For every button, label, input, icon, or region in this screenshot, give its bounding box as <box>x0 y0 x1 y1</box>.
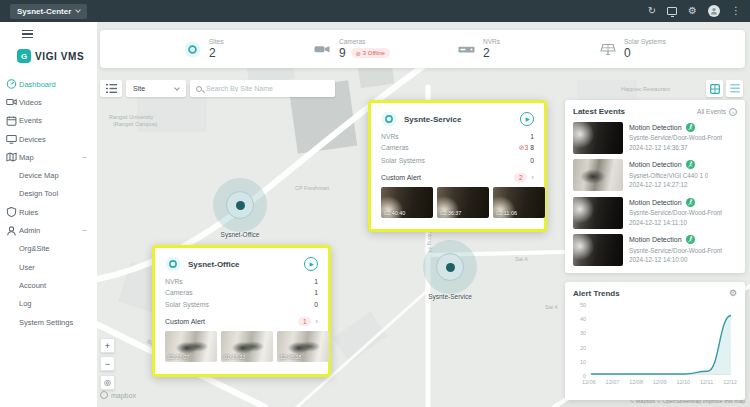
more-kebab-icon[interactable]: ⋮ <box>731 6 741 16</box>
chevron-right-circle-icon: › <box>729 108 737 116</box>
offline-icon: ⊘ <box>356 50 361 57</box>
chevron-down-icon <box>75 7 81 13</box>
offline-badge: ⊘ 3 Offline <box>351 48 390 58</box>
settings-gear-icon[interactable]: ⚙ <box>688 6 697 16</box>
alert-trends-chart: 50403020100 12/0612/0712/0812/0912/1012/… <box>573 302 737 394</box>
site-search <box>190 80 335 97</box>
vigi-logo-icon: G <box>17 49 31 63</box>
alert-count-badge: 2 <box>514 173 527 182</box>
sidebar-item-system-settings[interactable]: System Settings <box>0 313 97 331</box>
custom-alert-row[interactable]: Custom Alert 1 › <box>165 317 318 326</box>
trends-title: Alert Trends <box>573 289 620 298</box>
sidebar-item-user[interactable]: User <box>0 258 97 276</box>
latest-events-card: Latest Events All Events › Motion Detect… <box>565 100 745 273</box>
event-time: 2024-12-12 14:10:00 <box>629 256 722 263</box>
map-street-label: Sai A <box>515 256 528 262</box>
sidebar-item-log[interactable]: Log <box>0 295 97 313</box>
devices-monitor-icon <box>6 134 17 145</box>
map-place-label: CP Freshmart <box>295 185 329 191</box>
sidebar-item-org-site[interactable]: Org&Site <box>0 240 97 258</box>
person-icon <box>710 7 718 15</box>
event-source: Sysnet-Office/VIGI C440 1 0 <box>629 172 708 179</box>
search-type-select[interactable]: Site <box>126 80 186 97</box>
sidebar-item-videos[interactable]: Videos <box>0 93 97 111</box>
top-bar: Sysnet-Center ↻ ⚙ ⋮ <box>0 0 750 22</box>
selected-type: Site <box>133 85 145 92</box>
rules-shield-icon <box>6 207 17 218</box>
alert-thumbnail[interactable]: 01:17:33 <box>221 331 273 362</box>
event-row[interactable]: Motion Detection Sysnte-Service/Door-Woo… <box>573 234 737 266</box>
org-selector[interactable]: Sysnet-Center <box>10 4 87 19</box>
stat-cameras: Cameras 9 ⊘ 3 Offline <box>314 30 390 68</box>
collapse-indicator[interactable]: − <box>82 153 87 162</box>
marker-dot <box>236 201 245 210</box>
custom-alert-row[interactable]: Custom Alert 2 › <box>381 173 534 182</box>
map-place-label: (Rangsit Campus) <box>113 121 157 127</box>
chart-settings-gear-icon[interactable]: ⚙ <box>729 289 737 298</box>
site-panel-button[interactable] <box>726 80 743 97</box>
alert-trends-card: Alert Trends ⚙ 50403020100 12/0612/0712/… <box>565 282 745 400</box>
admin-person-icon <box>6 225 17 236</box>
popup-site-name: Sysnet-Office <box>188 260 297 269</box>
map-style-button[interactable] <box>706 80 723 97</box>
event-time: 2024-12-12 14:11:10 <box>629 219 722 226</box>
display-icon[interactable] <box>667 7 677 15</box>
event-row[interactable]: Motion Detection Sysnte-Service/Door-Woo… <box>573 122 737 154</box>
motion-detection-icon <box>686 198 695 207</box>
alert-thumbnail[interactable]: 02:36:37 <box>437 187 489 218</box>
sidebar-item-devices[interactable]: Devices <box>0 130 97 148</box>
sidebar-item-events[interactable]: Events <box>0 112 97 130</box>
alert-thumbnail[interactable]: 02:27:07 <box>165 331 217 362</box>
solar-panel-icon <box>600 43 616 56</box>
zoom-in-button[interactable]: + <box>100 338 115 353</box>
sidebar-item-admin[interactable]: Admin − <box>0 221 97 239</box>
mapbox-logo[interactable]: mapbox <box>100 391 136 399</box>
chevron-right-icon: › <box>531 173 534 182</box>
event-row[interactable]: Motion Detection Sysnte-Service/Door-Woo… <box>573 197 737 229</box>
user-avatar[interactable] <box>708 5 720 17</box>
nvr-icon <box>458 43 475 56</box>
sidebar-item-map[interactable]: Map − <box>0 148 97 166</box>
alert-thumbnail[interactable]: 02:11:06 <box>493 187 545 218</box>
map-icon <box>6 152 17 163</box>
motion-detection-icon <box>686 123 695 132</box>
sidebar-item-device-map[interactable]: Device Map <box>0 166 97 184</box>
collapse-indicator[interactable]: − <box>82 226 87 235</box>
event-time: 2024-12-12 14:27:12 <box>629 181 708 188</box>
sidebar-item-design-tool[interactable]: Design Tool <box>0 185 97 203</box>
brand-name: VIGI VMS <box>35 51 84 62</box>
mapbox-icon <box>100 391 108 399</box>
marker-label: Sysnte-Service <box>410 293 490 300</box>
collapse-sidebar-icon[interactable] <box>22 30 33 40</box>
play-site-cameras-button[interactable]: ▶ <box>520 112 534 126</box>
org-selector-label: Sysnet-Center <box>17 7 71 16</box>
play-icon: ▶ <box>525 116 529 122</box>
event-source: Sysnte-Service/Door-Wood-Front <box>629 209 722 216</box>
event-time: 2024-12-12 14:36:37 <box>629 144 722 151</box>
summary-stats-card: Sites2 Cameras 9 ⊘ 3 Offline NVRs2 Solar <box>100 30 745 68</box>
sidebar-item-dashboard[interactable]: Dashboard <box>0 75 97 93</box>
motion-detection-icon <box>686 235 695 244</box>
event-row[interactable]: Motion Detection Sysnet-Office/VIGI C440… <box>573 159 737 191</box>
zoom-out-button[interactable]: − <box>100 356 115 371</box>
alert-thumbnail[interactable]: 12:48:38 <box>277 331 329 362</box>
event-thumbnail <box>573 159 623 191</box>
all-events-link[interactable]: All Events › <box>697 108 737 116</box>
search-input[interactable] <box>206 85 329 92</box>
play-site-cameras-button[interactable]: ▶ <box>304 257 318 271</box>
sites-icon <box>184 41 201 58</box>
map-place-label: Happtec Restaurant <box>621 86 670 92</box>
locate-button[interactable]: ◎ <box>100 375 115 390</box>
sidebar-item-account[interactable]: Account <box>0 276 97 294</box>
video-camera-icon <box>6 97 17 108</box>
events-title: Latest Events <box>573 107 625 116</box>
event-thumbnail <box>573 122 623 154</box>
refresh-icon[interactable]: ↻ <box>648 6 656 16</box>
site-popup-sysnte-service: Sysnte-Service ▶ NVRs1 Cameras ⊘3 8 Sola… <box>368 100 547 232</box>
site-list-toggle-button[interactable] <box>100 80 122 97</box>
map-grid-icon <box>710 84 720 94</box>
alert-thumbnail[interactable]: 02:40:40 <box>381 187 433 218</box>
sidebar-item-rules[interactable]: Rules <box>0 203 97 221</box>
search-icon <box>196 86 202 92</box>
marker-label: Sysnet-Office <box>200 231 280 238</box>
